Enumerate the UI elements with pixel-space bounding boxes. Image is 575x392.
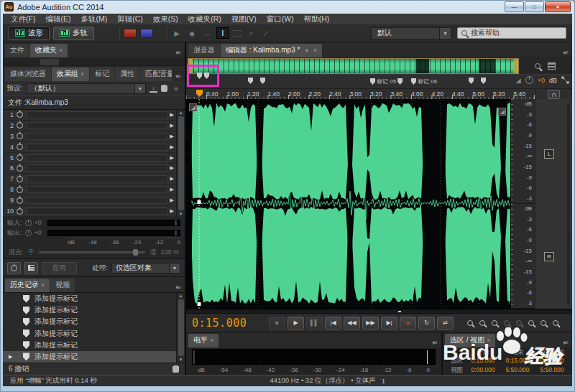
time-selection-tool[interactable]: I <box>216 27 229 39</box>
menu-item[interactable]: 收藏夹(R) <box>183 14 226 24</box>
chevron-right-icon[interactable]: ▶ <box>170 134 174 139</box>
tab-video[interactable]: 视频 <box>50 279 75 292</box>
power-icon[interactable] <box>17 187 23 193</box>
tab-properties[interactable]: 属性 <box>115 67 139 81</box>
effect-slot[interactable] <box>26 154 167 162</box>
menu-item[interactable]: 效果(S) <box>148 14 183 24</box>
tab-effects-rack[interactable]: 效果组× <box>52 67 89 81</box>
fade-icon[interactable]: ◢ <box>516 77 521 84</box>
apply-button[interactable]: 应用 <box>42 262 77 274</box>
marker-flag-icon[interactable] <box>204 73 209 79</box>
slider-handle[interactable] <box>133 249 138 256</box>
power-icon[interactable] <box>17 176 23 182</box>
power-icon[interactable] <box>17 208 23 215</box>
marker-flag-icon[interactable] <box>397 78 402 85</box>
scroll-up-icon[interactable]: ▲ <box>179 111 183 115</box>
timeline-ruler[interactable]: 0:401:001:201:402:002:202:403:003:203:40… <box>186 89 535 99</box>
preset-select[interactable]: （默认） ▼ <box>27 83 146 94</box>
selection-duration[interactable]: 0:00.000 <box>535 357 569 365</box>
history-item[interactable]: 添加提示标记 <box>3 340 176 351</box>
menu-item[interactable]: 帮助(H) <box>299 14 335 24</box>
playhead-time[interactable]: 0:15.000 <box>192 317 267 330</box>
zoom-reset-icon[interactable] <box>516 320 522 326</box>
skip-to-end-button[interactable]: ▶| <box>381 317 397 330</box>
minimize-button[interactable]: — <box>505 1 524 12</box>
effect-slot[interactable] <box>26 164 167 172</box>
rack-scrollbar[interactable]: ▲ ▼ <box>176 110 185 217</box>
menu-item[interactable]: 文件(F) <box>6 14 40 24</box>
chevron-right-icon[interactable]: ▶ <box>170 208 174 214</box>
history-item[interactable]: 添加提示标记 <box>3 293 176 304</box>
channel-widget-icon[interactable] <box>189 103 197 111</box>
close-icon[interactable]: × <box>487 337 490 344</box>
close-icon[interactable]: × <box>80 70 84 78</box>
chevron-down-icon[interactable]: ▼ <box>304 48 309 53</box>
selection-start[interactable]: 0:15.000 <box>466 357 500 365</box>
effect-slot[interactable] <box>26 144 167 151</box>
history-item[interactable]: 添加提示标记 <box>3 328 176 340</box>
loop-playback-button[interactable]: ↻ <box>418 317 435 330</box>
tab-history[interactable]: 历史记录× <box>5 279 50 292</box>
multitrack-view-button[interactable]: 多轨 <box>53 27 94 40</box>
marker-flag-icon[interactable] <box>248 78 253 84</box>
chevron-right-icon[interactable]: ▶ <box>170 187 174 192</box>
panel-menu-icon[interactable]: ▾≡ <box>563 340 570 347</box>
close-icon[interactable]: × <box>59 47 63 54</box>
menu-item[interactable]: 多轨(M) <box>75 14 112 24</box>
waveform-view-button[interactable]: 波形 <box>9 27 50 40</box>
power-icon[interactable] <box>17 111 23 118</box>
panel-menu-icon[interactable]: ▾≡ <box>175 284 183 292</box>
tab-files[interactable]: 文件 <box>5 44 29 57</box>
history-item[interactable]: 添加提示标记 <box>3 316 176 327</box>
marker-flag-icon[interactable] <box>197 73 202 79</box>
scroll-thumb[interactable] <box>178 116 184 210</box>
effect-slot[interactable] <box>26 207 167 215</box>
effect-slot-row[interactable]: 1 ▶ <box>3 110 176 121</box>
tab-markers[interactable]: 标记 <box>90 67 114 81</box>
rack-power-button[interactable] <box>7 262 21 274</box>
effect-slot[interactable] <box>26 122 167 129</box>
chevron-right-icon[interactable]: ▶ <box>170 176 174 182</box>
maximize-button[interactable]: □ <box>525 1 544 12</box>
lasso-selection-tool[interactable]: ○ <box>245 29 257 37</box>
fast-forward-button[interactable]: ▶▶ <box>362 317 379 330</box>
scroll-down-icon[interactable]: ▼ <box>179 212 183 216</box>
chevron-right-icon[interactable]: ▶ <box>170 165 174 171</box>
horizontal-scrollbar[interactable] <box>186 309 572 313</box>
rewind-button[interactable]: ◀◀ <box>344 317 360 330</box>
tab-favorites[interactable]: 收藏夹× <box>30 44 68 57</box>
panel-menu-icon[interactable]: ▾≡ <box>432 340 439 347</box>
marker-flag-icon[interactable] <box>481 78 486 84</box>
power-icon[interactable] <box>17 165 23 172</box>
marker-label[interactable]: 标记 05 <box>377 78 396 85</box>
move-tool[interactable]: ▶ <box>171 29 183 37</box>
menu-item[interactable]: 视图(V) <box>226 14 262 24</box>
left-channel-toggle[interactable]: L <box>544 149 554 159</box>
tab-match-volume[interactable]: 匹配音量 <box>140 67 172 81</box>
record-button[interactable]: ● <box>400 317 416 330</box>
effect-slot-row[interactable]: 4 ▶ <box>3 142 176 153</box>
marker-bar[interactable]: 标记 05 标记 06 ◢ +0 dB <box>186 74 572 88</box>
search-help-input[interactable]: 搜索帮助 <box>457 27 566 39</box>
stop-button[interactable]: ■ <box>269 317 285 330</box>
waveform-display-icon[interactable] <box>140 29 153 38</box>
close-icon[interactable]: × <box>210 337 213 344</box>
close-icon[interactable]: × <box>313 47 317 54</box>
effect-slot[interactable] <box>26 133 167 140</box>
right-channel-toggle[interactable]: R <box>544 252 554 261</box>
close-button[interactable]: × <box>545 1 571 12</box>
zoom-icon[interactable] <box>535 63 540 69</box>
zoom-out-point-icon[interactable] <box>540 320 546 326</box>
vertical-scrollbar[interactable] <box>567 103 570 304</box>
tab-mixer[interactable]: 混音器 <box>188 44 220 57</box>
panel-menu-icon[interactable]: ▾≡ <box>175 50 183 57</box>
scroll-thumb[interactable] <box>178 299 184 356</box>
menu-item[interactable]: 窗口(W) <box>262 14 299 24</box>
amplitude-ruler[interactable]: dB-3-6-9-15-∞-15-9-6-3 dB-3-6-9-15-∞-15-… <box>510 99 535 309</box>
chevron-right-icon[interactable]: ▶ <box>170 197 174 203</box>
gain-knob[interactable] <box>525 76 533 84</box>
paintbrush-selection-tool[interactable]: ∕ <box>260 29 272 37</box>
rack-list-button[interactable] <box>24 262 38 274</box>
view-start[interactable]: 0:00.000 <box>466 366 500 375</box>
view-duration[interactable]: 5:50.000 <box>535 366 569 375</box>
